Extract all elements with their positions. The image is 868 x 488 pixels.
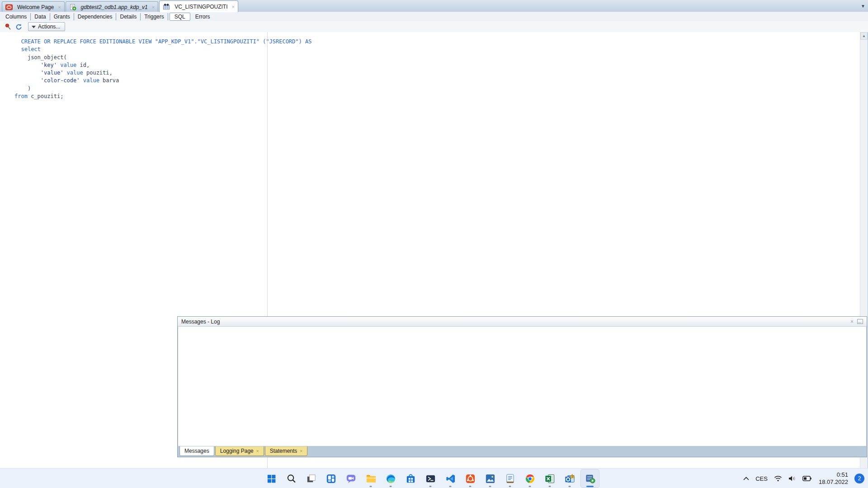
- windows-taskbar: CES 0:51 18.07.2022 2: [0, 468, 868, 488]
- tab-label: gdbtest2_odb1.app_kdp_v1: [81, 4, 148, 10]
- log-tab-statements[interactable]: Statements×: [265, 446, 308, 456]
- subtab-data[interactable]: Data: [31, 13, 50, 20]
- application-window: Oracle SQL Developer × FileEditViewNavig…: [0, 0, 868, 488]
- messages-log-panel: Messages - Log × MessagesLogging Page×St…: [177, 316, 867, 457]
- taskbar-chat-icon[interactable]: [342, 469, 360, 488]
- code-line: select: [14, 46, 860, 53]
- taskbar-search-icon[interactable]: [282, 469, 300, 488]
- tab-label: Messages: [184, 448, 209, 454]
- code-line: ): [14, 85, 860, 93]
- taskbar-start-icon[interactable]: [262, 469, 280, 488]
- taskbar-excel-icon[interactable]: [541, 469, 559, 488]
- worksheet-icon: [69, 4, 76, 10]
- pin-icon[interactable]: [3, 22, 13, 32]
- log-title: Messages - Log: [181, 319, 220, 325]
- system-tray: CES 0:51 18.07.2022 2: [741, 469, 864, 488]
- view-icon: [163, 3, 170, 10]
- code-line: 'color-code' value barva: [14, 77, 860, 84]
- subtab-dependencies[interactable]: Dependencies: [74, 13, 117, 20]
- oracle-icon: [5, 4, 13, 10]
- taskbar-notepad-icon[interactable]: [501, 469, 519, 488]
- wifi-icon[interactable]: [772, 469, 784, 488]
- subtab-columns[interactable]: Columns: [2, 13, 31, 20]
- taskbar-ubuntu-icon[interactable]: [461, 469, 479, 488]
- chevron-down-icon: [32, 25, 36, 28]
- code-line: 'value' value pouziti,: [14, 69, 860, 77]
- editor-tab-welcome-page[interactable]: Welcome Page×: [2, 1, 65, 12]
- taskbar-icons: [261, 469, 600, 488]
- clock-time: 0:51: [819, 471, 848, 479]
- taskbar-powershell-icon[interactable]: [421, 469, 439, 488]
- tray-overflow-chevron-icon[interactable]: [741, 469, 751, 488]
- actions-button[interactable]: Actions...: [28, 22, 65, 31]
- editor-tab-vc-listingpouziti[interactable]: VC_LISTINGPOUZITI×: [159, 0, 238, 12]
- language-indicator[interactable]: CES: [754, 469, 769, 488]
- taskbar-edge-icon[interactable]: [382, 469, 400, 488]
- log-content[interactable]: [178, 327, 866, 446]
- taskbar-vscode-icon[interactable]: [441, 469, 459, 488]
- subtab-errors[interactable]: Errors: [192, 13, 214, 20]
- close-icon[interactable]: ×: [850, 319, 854, 324]
- tab-list-dropdown-icon[interactable]: ▼: [861, 4, 865, 9]
- close-tab-icon[interactable]: ×: [152, 5, 155, 10]
- editor-subtabs: ColumnsDataGrantsDependenciesDetailsTrig…: [0, 12, 868, 22]
- tab-label: Welcome Page: [17, 4, 54, 10]
- subtab-triggers[interactable]: Triggers: [141, 13, 168, 20]
- subtab-grants[interactable]: Grants: [50, 13, 74, 20]
- taskbar-photos-icon[interactable]: [481, 469, 499, 488]
- log-tab-logging-page[interactable]: Logging Page×: [215, 446, 264, 456]
- tab-label: Logging Page: [220, 448, 254, 454]
- close-tab-icon[interactable]: ×: [300, 449, 302, 454]
- refresh-icon[interactable]: [14, 22, 24, 32]
- restore-icon[interactable]: [857, 319, 863, 324]
- taskbar-clock[interactable]: 0:51 18.07.2022: [819, 471, 848, 486]
- subtab-sql[interactable]: SQL: [170, 13, 190, 21]
- code-line: 'key' value id,: [14, 61, 860, 69]
- editor-tab-gdbtest2-odb1-app-kdp-v1[interactable]: gdbtest2_odb1.app_kdp_v1×: [66, 1, 159, 12]
- editor-toolbar: Actions...: [0, 21, 868, 33]
- close-tab-icon[interactable]: ×: [232, 4, 235, 9]
- close-tab-icon[interactable]: ×: [256, 449, 259, 454]
- taskbar-store-icon[interactable]: [401, 469, 420, 488]
- tab-label: VC_LISTINGPOUZITI: [175, 4, 227, 10]
- volume-icon[interactable]: [787, 469, 798, 488]
- actions-label: Actions...: [38, 23, 60, 30]
- notification-badge[interactable]: 2: [854, 474, 864, 483]
- battery-icon[interactable]: [801, 469, 813, 488]
- taskbar-widgets-icon[interactable]: [322, 469, 340, 488]
- log-tab-messages[interactable]: Messages: [179, 446, 214, 456]
- code-line: CREATE OR REPLACE FORCE EDITIONABLE VIEW…: [14, 38, 860, 46]
- taskbar-task-view-icon[interactable]: [302, 469, 320, 488]
- taskbar-sql-developer-icon[interactable]: [580, 469, 599, 488]
- subtab-details[interactable]: Details: [116, 13, 141, 20]
- clock-date: 18.07.2022: [819, 479, 848, 486]
- editor-tab-bar: Welcome Page×gdbtest2_odb1.app_kdp_v1×VC…: [0, 0, 868, 12]
- code-line: json_object(: [14, 54, 860, 61]
- code-line: from c_pouziti;: [14, 93, 860, 100]
- taskbar-file-explorer-icon[interactable]: [362, 469, 380, 488]
- scroll-up-icon[interactable]: ▲: [860, 32, 868, 40]
- tab-label: Statements: [270, 448, 297, 454]
- log-tab-bar: MessagesLogging Page×Statements×: [179, 446, 308, 456]
- editor-panel: Welcome Page×gdbtest2_odb1.app_kdp_v1×VC…: [0, 0, 690, 275]
- close-tab-icon[interactable]: ×: [58, 5, 61, 10]
- log-header: Messages - Log ×: [178, 317, 867, 327]
- taskbar-chrome-icon[interactable]: [521, 469, 539, 488]
- taskbar-outlook-icon[interactable]: [561, 469, 579, 488]
